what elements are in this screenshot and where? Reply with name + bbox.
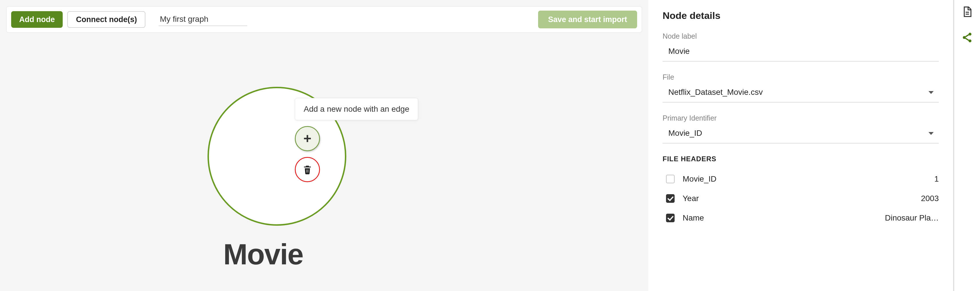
node-details-panel: Node details Node label File Primary Ide… [648, 0, 954, 291]
file-header-row: Year2003 [663, 189, 939, 208]
share-icon[interactable] [961, 31, 974, 44]
connect-nodes-button[interactable]: Connect node(s) [67, 11, 145, 28]
file-caption: File [663, 73, 939, 82]
node-label-input[interactable] [663, 42, 939, 62]
add-connected-node-button[interactable]: + [295, 126, 320, 151]
file-select[interactable] [663, 83, 939, 102]
panel-title: Node details [663, 10, 939, 21]
file-header-row: NameDinosaur Pla… [663, 208, 939, 228]
graph-canvas[interactable]: Add node Connect node(s) Save and start … [0, 0, 648, 291]
chevron-down-icon [929, 91, 934, 94]
svg-point-0 [963, 36, 966, 39]
primary-id-select[interactable] [663, 123, 939, 144]
document-icon[interactable] [961, 5, 974, 18]
chevron-down-icon [929, 132, 934, 135]
header-sample-value: 1 [934, 174, 939, 184]
header-name: Movie_ID [682, 174, 934, 184]
header-checkbox[interactable] [666, 214, 675, 222]
add-node-button[interactable]: Add node [11, 11, 63, 28]
delete-node-button[interactable] [295, 157, 320, 182]
field-node-label: Node label [663, 32, 939, 62]
header-checkbox[interactable] [666, 194, 675, 203]
field-file: File [663, 73, 939, 102]
right-sidebar [954, 0, 980, 291]
plus-icon: + [303, 132, 312, 146]
header-sample-value: 2003 [921, 194, 939, 203]
trash-icon [302, 164, 313, 175]
toolbar: Add node Connect node(s) Save and start … [6, 6, 642, 33]
node-movie-label: Movie [223, 238, 303, 271]
graph-name-input[interactable] [159, 13, 247, 26]
file-header-row: Movie_ID1 [663, 169, 939, 189]
node-label-caption: Node label [663, 32, 939, 40]
file-headers-title: FILE HEADERS [663, 155, 939, 163]
save-start-import-button[interactable]: Save and start import [538, 11, 637, 28]
tooltip-add-edge: Add a new node with an edge [295, 98, 418, 120]
header-name: Year [682, 194, 921, 203]
header-sample-value: Dinosaur Pla… [885, 213, 939, 222]
primary-id-caption: Primary Identifier [663, 114, 939, 122]
header-name: Name [682, 213, 885, 222]
field-primary-id: Primary Identifier [663, 114, 939, 144]
file-headers-list: Movie_ID1Year2003NameDinosaur Pla… [663, 169, 939, 228]
header-checkbox[interactable] [666, 175, 675, 183]
